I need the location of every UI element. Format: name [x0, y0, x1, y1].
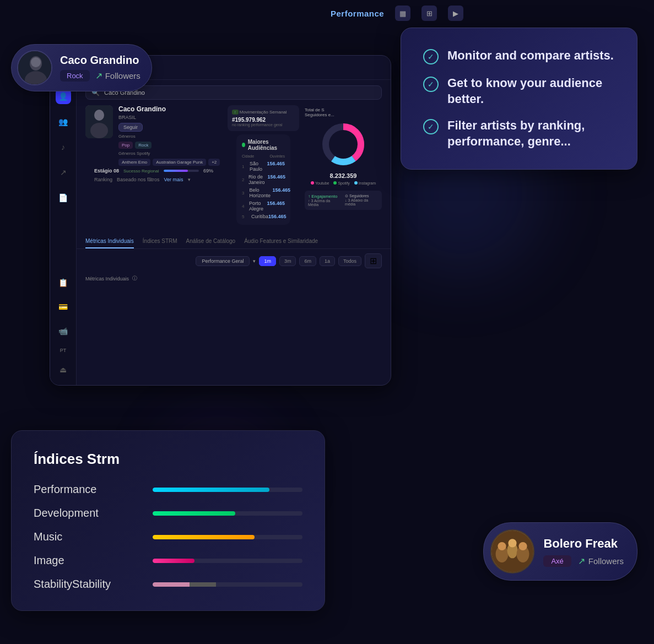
svg-point-6: [90, 123, 108, 138]
trend-up-icon: ↗: [95, 71, 102, 81]
search-input[interactable]: [104, 89, 376, 96]
artist-info-panel: Caco Grandino BRASIL Seguir Gêneros Pop …: [85, 105, 222, 230]
language-button[interactable]: PT: [60, 348, 67, 353]
artist-pill-name: Caco Grandino: [60, 54, 140, 67]
indices-label-music: Music: [34, 531, 144, 543]
sidebar-item-exit[interactable]: ⏏: [56, 362, 71, 377]
stage-percent: 69%: [203, 168, 213, 174]
tab-metricas-individuais[interactable]: Métricas Individuais: [85, 234, 134, 248]
sidebar-item-video[interactable]: 📹: [56, 323, 71, 339]
follow-button[interactable]: Seguir: [118, 123, 143, 132]
stage-row: Estágio 08 Sucesso Regional 69%: [85, 166, 222, 176]
genre-pop: Pop: [118, 142, 133, 149]
check-icon-3: ✓: [423, 119, 439, 134]
artist-pill-avatar: [17, 50, 52, 85]
audience-row-2: 2Rio de Janeiro 156.465: [242, 173, 285, 186]
time-todos[interactable]: Todos: [338, 256, 361, 266]
bolero-followers-indicator: ↗ Followers: [578, 556, 624, 566]
indices-label-development: Development: [34, 507, 144, 519]
ranking-label: Ranking: [94, 177, 112, 182]
donut-value: 8.232.359: [318, 172, 368, 179]
time-1a[interactable]: 1a: [320, 256, 335, 266]
audience-row-3: 3Belo Horizonte 156.465: [242, 186, 285, 199]
feature-item-1: ✓ Monitor and compare artists.: [423, 48, 615, 64]
svg-point-16: [519, 542, 527, 550]
sidebar-item-file[interactable]: 📄: [56, 190, 71, 205]
legend-youtube: [311, 181, 314, 185]
artist-genre-tag: Rock: [60, 70, 90, 82]
bolero-pill: Bolero Freak Axé ↗ Followers: [483, 522, 637, 581]
bolero-genre-tag: Axé: [543, 555, 571, 567]
sidebar: ♦ 👤 👥 ♪ ↗ 📄 📋 💳 📹 PT ⏏: [50, 56, 77, 385]
metrics-individual-label: Métricas Individuais: [85, 276, 129, 282]
expand-icon[interactable]: ▾: [188, 177, 191, 182]
indices-row-image: Image: [34, 554, 302, 567]
tab-analise-catalogo[interactable]: Análise de Catálogo: [186, 234, 236, 248]
chart-legend: Youtube Spotify Instagram: [305, 181, 382, 185]
sidebar-bottom: 📋 💳 📹 PT ⏏: [56, 275, 71, 377]
indices-bar-fill-stability: [153, 582, 250, 587]
app-window: ♦ 👤 👥 ♪ ↗ 📄 📋 💳 📹 PT ⏏ Perfil do Artista…: [50, 55, 391, 386]
feature-text-2: Get to know your audience better.: [447, 75, 615, 107]
indices-bar-fill-development: [153, 511, 235, 516]
sidebar-item-bell[interactable]: ♪: [56, 139, 71, 155]
indices-bar-bg-development: [153, 511, 302, 516]
artist-pill-tags: Rock ↗ Followers: [60, 70, 140, 82]
spotify-genre-1: Anthem Emo: [118, 159, 150, 166]
play-icon[interactable]: ▶: [448, 6, 463, 21]
sidebar-item-group[interactable]: 👥: [56, 114, 71, 129]
performance-select[interactable]: Performance Geral: [196, 256, 250, 266]
check-icon-2: ✓: [423, 77, 439, 92]
chart-panel: Total de SSeguidores e... 8.232.359 Yout…: [305, 105, 382, 230]
metrics-panel: ↑ Movimentação Semanal #195.979.962 no r…: [228, 105, 299, 230]
legend-instagram: [354, 181, 358, 185]
rank-value: #195.979.962: [232, 117, 295, 123]
time-6m[interactable]: 6m: [299, 256, 316, 266]
ranking-row: Ranking Baseado nos fãtros Ver mais ▾: [85, 176, 222, 183]
indices-row-music: Music: [34, 531, 302, 543]
sidebar-item-card[interactable]: 💳: [56, 299, 71, 315]
time-1m[interactable]: 1m: [259, 256, 276, 266]
stage-progress-bg: [164, 170, 199, 172]
audience-row-5: 5Curitiba 156.465: [242, 213, 285, 220]
audience-row-1: 1São Paulo 156.465: [242, 160, 285, 173]
engagement-row: ↑ Engajamento ↑ 3 Acima da Média ⊙ Segui…: [308, 194, 379, 207]
spotify-genre-3: +2: [208, 159, 220, 166]
seguidores-metric: ⊙ Seguidores ↓ 3 Abaixo da média: [345, 194, 379, 207]
artist-avatar-img: [85, 105, 113, 138]
total-label: Total de SSeguidores e...: [305, 107, 382, 117]
chart-icon[interactable]: ▦: [395, 6, 410, 21]
grid-view-button[interactable]: ⊞: [365, 253, 382, 268]
tab-indices-strm[interactable]: Índices STRM: [143, 234, 177, 248]
bolero-tags: Axé ↗ Followers: [543, 555, 624, 567]
sidebar-item-trending[interactable]: ↗: [56, 165, 71, 180]
artist-details: Caco Grandino BRASIL Seguir Gêneros Pop …: [118, 105, 220, 166]
rank-sub: no ranking performance geral: [232, 123, 295, 127]
spotify-icon: [242, 143, 245, 147]
indices-bar-bg-stability: [153, 582, 302, 587]
bolero-avatar-img: [491, 531, 533, 572]
time-3m[interactable]: 3m: [279, 256, 296, 266]
bolero-trend-icon: ↗: [578, 556, 585, 566]
stage-label: Estágio 08: [94, 168, 119, 174]
tabs-bar: Métricas Individuais Índices STRM Anális…: [77, 234, 391, 249]
artist-name: Caco Grandino: [118, 105, 220, 113]
weekly-label: ↑ Movimentação Semanal: [232, 110, 295, 115]
artist-followers-indicator: ↗ Followers: [95, 71, 140, 81]
sidebar-item-file2[interactable]: 📋: [56, 275, 71, 290]
app-main-content: Perfil do Artista VISÃO GERAL 🔍: [77, 56, 391, 385]
indices-bar-fill-performance: [153, 488, 269, 492]
ver-mais-link[interactable]: Ver mais: [164, 177, 183, 182]
bolero-content: Bolero Freak Axé ↗ Followers: [543, 537, 624, 567]
indices-row-development: Development: [34, 507, 302, 519]
grid-icon[interactable]: ⊞: [421, 6, 437, 21]
legend-spotify: [333, 181, 337, 185]
indices-bar-fill-image: [153, 559, 194, 563]
audience-header: Cidade Ouvintes: [242, 154, 285, 158]
tab-audio-features[interactable]: Áudio Features e Similaridade: [244, 234, 318, 248]
check-icon-1: ✓: [423, 49, 439, 64]
feature-text-3: Filter artists by ranking, performance, …: [447, 118, 615, 149]
svg-point-14: [498, 542, 506, 550]
badge-up: ↑: [232, 110, 239, 115]
followers-label: Followers: [105, 71, 140, 80]
